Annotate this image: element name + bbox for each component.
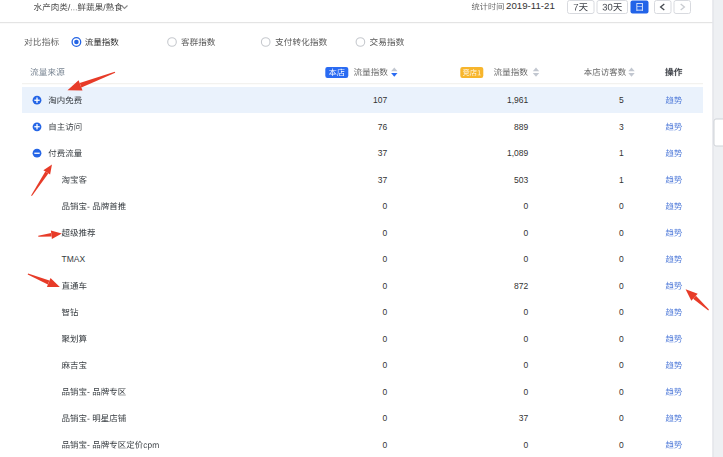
svg-text:5: 5 [619, 95, 624, 105]
svg-text:0: 0 [619, 387, 624, 397]
svg-text:0: 0 [524, 440, 529, 450]
svg-text:37: 37 [519, 413, 529, 423]
svg-text:872: 872 [514, 281, 528, 291]
svg-text:0: 0 [619, 201, 624, 211]
svg-text:0: 0 [524, 228, 529, 238]
svg-text:0: 0 [524, 254, 529, 264]
svg-text:1: 1 [619, 175, 624, 185]
svg-text:76: 76 [378, 122, 388, 132]
svg-text:0: 0 [619, 413, 624, 423]
svg-text:0: 0 [383, 254, 388, 264]
svg-text:3: 3 [619, 122, 624, 132]
svg-text:0: 0 [383, 228, 388, 238]
svg-text:889: 889 [514, 122, 528, 132]
svg-text:0: 0 [619, 254, 624, 264]
svg-text:2019-11-21: 2019-11-21 [506, 0, 555, 11]
svg-text:107: 107 [373, 95, 387, 105]
svg-text:0: 0 [524, 360, 529, 370]
svg-text:0: 0 [524, 307, 529, 317]
svg-text:0: 0 [524, 387, 529, 397]
svg-text:0: 0 [619, 360, 624, 370]
svg-text:0: 0 [383, 360, 388, 370]
svg-text:0: 0 [524, 201, 529, 211]
svg-text:0: 0 [383, 334, 388, 344]
svg-text:503: 503 [514, 175, 528, 185]
svg-text:37: 37 [378, 175, 388, 185]
svg-text:0: 0 [383, 387, 388, 397]
svg-text:1: 1 [619, 148, 624, 158]
svg-text:1,961: 1,961 [507, 95, 529, 105]
svg-text:0: 0 [383, 440, 388, 450]
svg-text:0: 0 [619, 334, 624, 344]
svg-text:0: 0 [619, 281, 624, 291]
svg-text:TMAX: TMAX [62, 254, 86, 264]
svg-text:0: 0 [383, 413, 388, 423]
svg-text:0: 0 [524, 334, 529, 344]
svg-text:0: 0 [383, 201, 388, 211]
svg-text:0: 0 [619, 307, 624, 317]
svg-text:37: 37 [378, 148, 388, 158]
svg-text:0: 0 [619, 228, 624, 238]
svg-text:0: 0 [383, 307, 388, 317]
svg-text:0: 0 [619, 440, 624, 450]
svg-text:0: 0 [383, 281, 388, 291]
svg-text:1,089: 1,089 [507, 148, 529, 158]
